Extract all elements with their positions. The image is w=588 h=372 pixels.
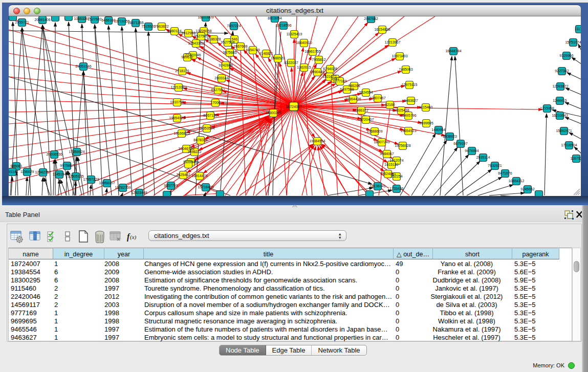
svg-text:2087682: 2087682 — [364, 17, 378, 20]
svg-text:9245652: 9245652 — [520, 187, 534, 191]
svg-text:19166825: 19166825 — [173, 132, 189, 135]
svg-text:1145194: 1145194 — [53, 172, 67, 176]
svg-text:9777169: 9777169 — [333, 79, 346, 83]
svg-text:20691406: 20691406 — [34, 18, 50, 21]
svg-text:3912953: 3912953 — [181, 31, 195, 35]
svg-text:10807467: 10807467 — [369, 96, 385, 100]
svg-text:9474444: 9474444 — [465, 149, 478, 152]
svg-text:16099489: 16099489 — [183, 160, 199, 164]
svg-text:19218596: 19218596 — [275, 24, 291, 27]
svg-text:3675685: 3675685 — [223, 51, 236, 54]
svg-text:9463627: 9463627 — [404, 99, 418, 102]
svg-text:12093872: 12093872 — [552, 84, 568, 88]
svg-text:10958107: 10958107 — [99, 181, 115, 185]
svg-text:12975115: 12975115 — [402, 83, 418, 86]
svg-text:16961755: 16961755 — [304, 50, 320, 53]
svg-text:12923448: 12923448 — [131, 191, 147, 194]
svg-text:62160: 62160 — [385, 103, 395, 106]
svg-text:12213382: 12213382 — [170, 85, 186, 89]
svg-text:9227342: 9227342 — [555, 69, 569, 73]
svg-text:7632621: 7632621 — [488, 164, 502, 167]
svg-text:16210643: 16210643 — [552, 114, 568, 117]
svg-text:6794028: 6794028 — [323, 67, 337, 71]
svg-text:7663822: 7663822 — [155, 25, 168, 28]
svg-text:9329966: 9329966 — [559, 54, 573, 57]
svg-text:2867608: 2867608 — [233, 45, 247, 48]
svg-text:16033809: 16033809 — [198, 16, 213, 19]
svg-text:16154838: 16154838 — [374, 28, 390, 31]
svg-text:252254: 252254 — [390, 174, 402, 178]
svg-text:3824554: 3824554 — [359, 91, 373, 94]
svg-text:11325419: 11325419 — [287, 32, 302, 36]
svg-text:7986372: 7986372 — [354, 108, 368, 112]
svg-text:(x): (x) — [130, 234, 137, 240]
svg-text:7625402: 7625402 — [176, 173, 190, 177]
svg-text:8454749: 8454749 — [246, 48, 259, 52]
svg-text:985061: 985061 — [10, 164, 22, 168]
svg-text:10543362: 10543362 — [188, 41, 204, 45]
svg-text:391141: 391141 — [9, 170, 18, 173]
svg-text:9975867: 9975867 — [60, 164, 74, 167]
svg-text:29053346: 29053346 — [75, 64, 91, 68]
svg-text:7857224: 7857224 — [227, 24, 241, 28]
svg-text:6497568: 6497568 — [340, 87, 354, 91]
svg-text:19384554: 19384554 — [309, 139, 325, 143]
svg-text:17359924: 17359924 — [69, 150, 84, 154]
svg-text:8878334: 8878334 — [193, 138, 207, 142]
svg-text:9242848: 9242848 — [219, 63, 232, 67]
svg-text:19654923: 19654923 — [169, 116, 185, 120]
svg-text:1012074: 1012074 — [389, 159, 403, 162]
svg-text:12942757: 12942757 — [35, 170, 51, 174]
svg-text:11353594: 11353594 — [199, 126, 215, 130]
svg-text:8322037: 8322037 — [284, 61, 298, 64]
svg-text:116753: 116753 — [571, 157, 581, 160]
svg-text:16914479: 16914479 — [191, 174, 207, 178]
svg-text:7515526: 7515526 — [141, 25, 155, 28]
svg-text:1156829: 1156829 — [20, 170, 34, 173]
svg-text:8267130: 8267130 — [203, 114, 217, 117]
svg-text:11175: 11175 — [575, 27, 581, 31]
svg-text:18136141: 18136141 — [369, 184, 385, 188]
svg-text:1440954: 1440954 — [431, 128, 445, 132]
svg-text:2803144: 2803144 — [214, 76, 228, 80]
svg-text:8938923: 8938923 — [443, 135, 456, 138]
svg-text:19756928: 19756928 — [395, 144, 410, 147]
svg-text:8186328: 8186328 — [207, 37, 221, 41]
svg-text:9699695: 9699695 — [419, 121, 433, 125]
svg-text:20206536: 20206536 — [46, 152, 62, 156]
svg-text:18495796: 18495796 — [400, 114, 416, 117]
svg-text:3660124: 3660124 — [167, 29, 181, 33]
svg-text:18907249: 18907249 — [374, 140, 389, 144]
svg-text:8427552: 8427552 — [211, 88, 225, 92]
svg-text:13226058: 13226058 — [195, 29, 211, 33]
svg-text:9527505: 9527505 — [194, 34, 208, 38]
svg-text:17016504: 17016504 — [561, 143, 577, 147]
svg-text:15720407: 15720407 — [358, 118, 374, 121]
svg-text:17957223: 17957223 — [83, 178, 99, 181]
svg-text:546: 546 — [231, 37, 237, 41]
svg-text:6679197: 6679197 — [453, 142, 467, 145]
svg-text:10973493: 10973493 — [391, 54, 407, 58]
svg-text:10688609: 10688609 — [366, 129, 382, 133]
svg-text:18300295: 18300295 — [265, 111, 281, 115]
svg-text:9146821: 9146821 — [259, 52, 273, 55]
svg-text:16671355: 16671355 — [127, 21, 143, 25]
svg-text:1215958: 1215958 — [540, 106, 554, 110]
svg-text:16640910: 16640910 — [296, 41, 312, 45]
svg-text:746266: 746266 — [348, 84, 360, 87]
svg-text:3498222: 3498222 — [187, 150, 201, 154]
svg-text:15716485: 15716485 — [198, 185, 213, 189]
svg-text:1615132: 1615132 — [384, 163, 398, 166]
svg-text:16782759: 16782759 — [115, 186, 130, 189]
svg-text:17006: 17006 — [210, 101, 221, 104]
svg-text:7955812: 7955812 — [312, 58, 325, 61]
svg-text:15751074: 15751074 — [565, 40, 581, 44]
svg-text:989612: 989612 — [181, 55, 193, 59]
svg-text:16648784: 16648784 — [445, 49, 461, 53]
svg-text:10025438: 10025438 — [393, 108, 409, 112]
svg-text:10654112: 10654112 — [509, 179, 525, 183]
svg-text:12213967: 12213967 — [384, 40, 400, 44]
svg-text:9857791: 9857791 — [164, 184, 178, 187]
svg-text:12505135: 12505135 — [68, 174, 83, 178]
svg-text:2935114: 2935114 — [476, 156, 490, 159]
